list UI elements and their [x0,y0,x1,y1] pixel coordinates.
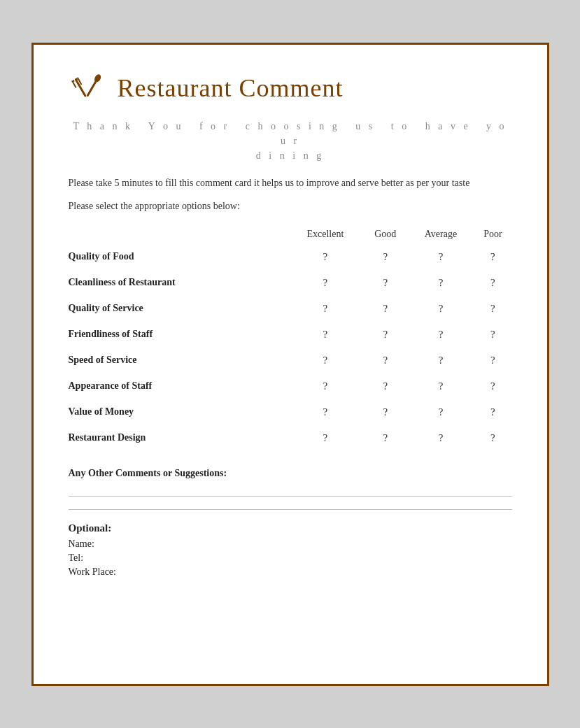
header: Restaurant Comment [69,70,512,106]
col-excellent: Excellent [288,224,363,244]
col-poor-cell[interactable]: ? [474,296,511,322]
intro-text: Please take 5 minutes to fill this comme… [69,176,512,191]
page-title: Restaurant Comment [118,73,344,103]
col-average-cell[interactable]: ? [408,270,474,296]
optional-section: Optional: Name:Tel:Work Place: [69,522,512,578]
col-good-cell[interactable]: ? [363,322,408,348]
optional-field: Tel: [69,552,512,564]
col-category [69,224,288,244]
col-good-cell[interactable]: ? [363,296,408,322]
optional-field: Name: [69,538,512,550]
col-average: Average [408,224,474,244]
col-average-cell[interactable]: ? [408,244,474,270]
col-average-cell[interactable]: ? [408,425,474,451]
col-poor-cell[interactable]: ? [474,270,511,296]
table-header-row: Excellent Good Average Poor [69,224,512,244]
row-label: Quality of Food [69,244,288,270]
col-good-cell[interactable]: ? [363,270,408,296]
col-average-cell[interactable]: ? [408,373,474,399]
table-row: Quality of Food???? [69,244,512,270]
fork-spoon-icon [69,70,105,106]
col-excellent-cell[interactable]: ? [288,270,363,296]
table-row: Appearance of Staff???? [69,373,512,399]
table-row: Value of Money???? [69,399,512,425]
col-excellent-cell[interactable]: ? [288,425,363,451]
comment-card: Restaurant Comment T h a n k Y o u f o r… [31,43,549,686]
rating-table: Excellent Good Average Poor Quality of F… [69,224,512,451]
col-poor-cell[interactable]: ? [474,373,511,399]
col-good-cell[interactable]: ? [363,425,408,451]
col-good: Good [363,224,408,244]
divider-2 [69,509,512,510]
col-excellent-cell[interactable]: ? [288,373,363,399]
select-prompt: Please select the appropriate options be… [69,201,512,212]
col-good-cell[interactable]: ? [363,373,408,399]
col-poor-cell[interactable]: ? [474,425,511,451]
col-average-cell[interactable]: ? [408,399,474,425]
col-poor: Poor [474,224,511,244]
divider-1 [69,496,512,497]
row-label: Appearance of Staff [69,373,288,399]
col-poor-cell[interactable]: ? [474,244,511,270]
table-row: Friendliness of Staff???? [69,322,512,348]
row-label: Speed of Service [69,348,288,373]
col-average-cell[interactable]: ? [408,348,474,373]
table-row: Quality of Service???? [69,296,512,322]
optional-title: Optional: [69,522,512,534]
table-row: Restaurant Design???? [69,425,512,451]
row-label: Quality of Service [69,296,288,322]
row-label: Value of Money [69,399,288,425]
comments-label: Any Other Comments or Suggestions: [69,468,512,479]
table-row: Cleanliness of Restaurant???? [69,270,512,296]
col-average-cell[interactable]: ? [408,322,474,348]
col-excellent-cell[interactable]: ? [288,296,363,322]
col-average-cell[interactable]: ? [408,296,474,322]
optional-field: Work Place: [69,566,512,578]
col-excellent-cell[interactable]: ? [288,244,363,270]
col-good-cell[interactable]: ? [363,348,408,373]
row-label: Friendliness of Staff [69,322,288,348]
col-poor-cell[interactable]: ? [474,348,511,373]
col-good-cell[interactable]: ? [363,244,408,270]
thank-you-text: T h a n k Y o u f o r c h o o s i n g u … [69,119,512,163]
row-label: Cleanliness of Restaurant [69,270,288,296]
row-label: Restaurant Design [69,425,288,451]
col-excellent-cell[interactable]: ? [288,348,363,373]
col-excellent-cell[interactable]: ? [288,399,363,425]
col-good-cell[interactable]: ? [363,399,408,425]
col-poor-cell[interactable]: ? [474,322,511,348]
table-row: Speed of Service???? [69,348,512,373]
col-poor-cell[interactable]: ? [474,399,511,425]
col-excellent-cell[interactable]: ? [288,322,363,348]
